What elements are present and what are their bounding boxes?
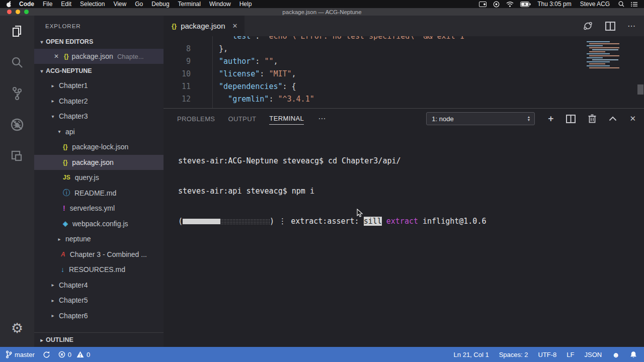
terminal-line: steves-air:ACG-Neptune steveacg$ cd Chap… [178,156,644,166]
npm-log-level: sill [364,217,382,226]
tree-item-chapter5[interactable]: ▸Chapter5 [34,293,164,308]
menu-app-name[interactable]: Code [19,1,34,8]
tab-package-json[interactable]: {} package.json ✕ [164,16,245,36]
select-down-arrow-icon: ▼ [527,119,530,122]
chevron-down-icon: ▾ [49,114,56,119]
tree-item-chapter3[interactable]: ▾Chapter3 [34,109,164,124]
editor-scrollbar[interactable] [637,84,643,95]
terminal-select-value: 1: node [432,115,453,123]
tree-item-chapter1[interactable]: ▸Chapter1 [34,78,164,94]
outline-label: OUTLINE [46,336,73,343]
close-tab-icon[interactable]: ✕ [232,22,238,30]
indentation-setting[interactable]: Spaces: 2 [499,351,528,358]
minimap[interactable] [583,40,627,72]
terminal-output[interactable]: steves-air:ACG-Neptune steveacg$ cd Chap… [164,129,644,246]
explorer-icon[interactable] [0,16,34,47]
settings-gear-icon[interactable]: ⚙ [0,313,34,344]
editor-group: {} package.json ✕ ⋯ "test": "echo \"Erro… [164,16,644,347]
project-root-header[interactable]: ▾ ACG-NEPTUNE [34,64,164,78]
open-editors-label: OPEN EDITORS [46,38,93,45]
tree-item-resources-md[interactable]: ↓RESOURCES.md [34,262,164,278]
cursor-position[interactable]: Ln 21, Col 1 [454,351,489,358]
close-editor-icon[interactable]: ✕ [54,53,59,60]
chevron-right-icon: ▸ [49,313,56,318]
window-title-bar: package.json — ACG-Neptune [0,8,644,16]
more-actions-icon[interactable]: ⋯ [627,21,636,31]
open-editors-header[interactable]: ▾ OPEN EDITORS [34,35,164,49]
language-mode[interactable]: JSON [585,351,602,358]
split-terminal-icon[interactable] [566,115,576,123]
more-panel-tabs-icon[interactable]: ⋯ [318,114,326,123]
close-panel-icon[interactable]: ✕ [629,114,636,123]
notification-center-icon[interactable] [631,2,637,7]
tab-terminal[interactable]: TERMINAL [269,113,304,125]
debug-disabled-icon[interactable] [0,109,34,140]
kill-terminal-icon[interactable] [588,114,596,123]
screen-mirroring-icon[interactable] [479,2,487,7]
wifi-icon[interactable] [506,2,514,7]
info-file-icon: ⓘ [63,189,70,198]
open-changes-icon[interactable] [583,21,593,31]
tree-item-query-js[interactable]: JSquery.js [34,170,164,186]
tree-item-chapter4[interactable]: ▸Chapter4 [34,278,164,293]
menu-go[interactable]: Go [135,1,143,8]
editor-tab-bar: {} package.json ✕ ⋯ [164,16,644,36]
explorer-sidebar: EXPLORER ▾ OPEN EDITORS ✕ {} package.jso… [34,16,164,347]
encoding-setting[interactable]: UTF-8 [538,351,557,358]
menu-edit[interactable]: Edit [61,1,71,8]
tree-item-chapter6[interactable]: ▸Chapter6 [34,308,164,324]
extensions-icon[interactable] [0,140,34,171]
tree-item-readme-md[interactable]: ⓘREADME.md [34,186,164,201]
tree-item-label: package.json [72,158,114,166]
menu-clock[interactable]: Thu 3:05 pm [537,1,571,8]
menu-debug[interactable]: Debug [151,1,169,8]
tree-item-label: api [65,128,75,136]
menu-view[interactable]: View [113,1,126,8]
feedback-smiley-icon[interactable]: ☻ [612,350,620,359]
split-editor-icon[interactable] [605,22,615,31]
json-file-icon: {} [63,159,67,166]
tree-item-serverless-yml[interactable]: !serverless.yml [34,201,164,216]
tree-item-chapter3-combined-pdf[interactable]: AChapter 3 - Combined ... [34,247,164,262]
menu-user[interactable]: Steve ACG [580,1,610,8]
tree-item-label: package-lock.json [72,143,128,151]
menu-file[interactable]: File [43,1,52,8]
tree-item-neptune[interactable]: ▸neptune [34,231,164,247]
webpack-file-icon: ◈ [63,220,68,227]
json-file-icon: {} [172,22,177,30]
tree-item-package-json[interactable]: {}package.json [34,155,164,170]
notifications-bell-icon[interactable] [630,351,637,358]
menu-window[interactable]: Window [209,1,231,8]
battery-icon[interactable] [520,2,531,7]
sync-icon[interactable] [43,351,50,358]
chevron-right-icon: ▸ [49,298,56,303]
menu-selection[interactable]: Selection [80,1,105,8]
tab-problems[interactable]: PROBLEMS [177,113,215,125]
camera-swirl-icon[interactable] [493,1,500,8]
code-line-10: 10 "license": "MIT", [164,68,644,80]
code-line-8: 8 }, [164,43,644,55]
outline-section-header[interactable]: ▸ OUTLINE [34,332,164,347]
branch-name: master [15,351,35,358]
spotlight-search-icon[interactable] [618,1,624,7]
tree-item-webpack-config-js[interactable]: ◈webpack.config.js [34,216,164,232]
menu-terminal[interactable]: Terminal [178,1,201,8]
maximize-panel-icon[interactable] [609,116,617,121]
npm-log-action: extract [386,217,418,226]
apple-menu-icon[interactable] [6,1,12,8]
git-branch-indicator[interactable]: master [6,350,35,358]
tree-item-package-lock-json[interactable]: {}package-lock.json [34,139,164,155]
terminal-select[interactable]: 1: node ▲▼ [426,112,535,125]
eol-setting[interactable]: LF [567,351,574,358]
search-icon[interactable] [0,47,34,78]
tree-item-api[interactable]: ▾api [34,124,164,140]
menu-help[interactable]: Help [239,1,252,8]
open-editor-item[interactable]: ✕ {} package.json Chapte... [34,49,164,64]
tab-output[interactable]: OUTPUT [228,113,256,125]
tree-item-label: Chapter2 [59,97,88,105]
new-terminal-icon[interactable]: + [548,113,553,124]
source-control-icon[interactable] [0,78,34,109]
code-editor[interactable]: "test": "echo \"Error: no test specified… [164,36,644,108]
problems-indicator[interactable]: 0 0 [58,351,90,358]
tree-item-chapter2[interactable]: ▸Chapter2 [34,94,164,109]
